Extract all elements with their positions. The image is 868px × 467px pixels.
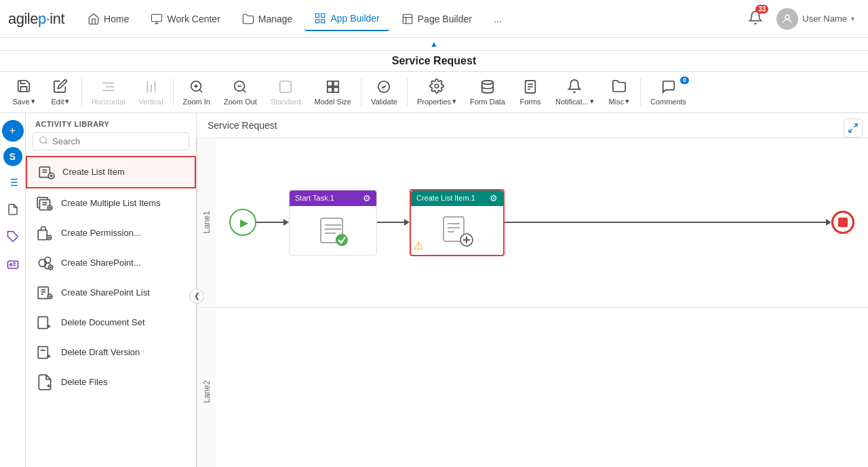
nav-manage-label: Manage	[258, 14, 293, 24]
user-name: User Name	[802, 14, 847, 24]
save-button[interactable]: Save ▾	[5, 75, 42, 110]
formdata-button[interactable]: Form Data	[463, 75, 512, 110]
activity-item-create-sharepoint[interactable]: Create SharePoint...	[26, 248, 196, 278]
create-sp-list-icon	[35, 283, 54, 302]
notification-button[interactable]: 33	[745, 7, 766, 30]
svg-line-91	[849, 129, 852, 132]
activity-panel: ACTIVITY LIBRARY	[26, 113, 197, 467]
nav-workcenter[interactable]: Work Center	[141, 7, 229, 31]
notifications-button[interactable]: Notificat... ▾	[549, 75, 601, 110]
create-sharepoint-icon	[35, 253, 54, 272]
vertical-button[interactable]: Vertical	[132, 75, 170, 110]
svg-rect-27	[327, 87, 332, 92]
standard-button[interactable]: Standard	[264, 75, 308, 110]
sidebar-tag-icon[interactable]	[2, 226, 24, 247]
start-task-node[interactable]: Start Task.1 ⚙	[289, 190, 377, 256]
nav-pagebuilder[interactable]: Page Builder	[392, 7, 481, 31]
delete-doc-set-icon	[35, 313, 54, 332]
main-layout: + S ACTIVITY LIBRARY	[0, 113, 868, 467]
create-multiple-icon	[35, 194, 54, 213]
activity-item-create-list-item[interactable]: Create List Item	[26, 156, 196, 188]
nav-appbuilder[interactable]: App Builder	[304, 7, 389, 31]
start-task-gear-icon[interactable]: ⚙	[363, 193, 371, 203]
arrow-2	[377, 219, 410, 226]
comments-badge: 0	[680, 77, 689, 84]
sidebar-doc-icon[interactable]	[2, 199, 24, 220]
create-list-item-gear-icon[interactable]: ⚙	[490, 193, 498, 203]
sidebar-s-icon[interactable]: S	[3, 147, 22, 166]
create-permission-label: Create Permission...	[61, 228, 141, 239]
collapse-panel-button[interactable]: ❮	[189, 289, 204, 304]
task-warning-icon: ⚠	[414, 239, 423, 252]
vertical-label: Vertical	[139, 98, 163, 106]
start-task-body	[290, 206, 376, 255]
horizontal-button[interactable]: Horizontal	[85, 75, 132, 110]
properties-button[interactable]: Properties ▾	[410, 75, 463, 110]
activity-item-delete-doc-set[interactable]: Delete Document Set	[26, 308, 196, 338]
sidebar-add-icon[interactable]: +	[2, 120, 24, 142]
svg-rect-5	[316, 19, 319, 22]
zoomin-label: Zoom In	[183, 98, 210, 106]
zoomout-button[interactable]: Zoom Out	[217, 75, 264, 110]
search-box[interactable]	[33, 132, 189, 150]
nav-workcenter-label: Work Center	[167, 14, 220, 24]
create-list-item-header: Create List Item.1 ⚙	[411, 190, 503, 206]
canvas-area: Service Request Lane1 ▶	[197, 113, 868, 467]
sidebar-list-icon[interactable]	[2, 171, 24, 193]
notifications-icon	[567, 79, 582, 96]
toolbar: Save ▾ Edit ▾ Horizontal Vertical Zoom I…	[0, 72, 868, 113]
forms-icon	[523, 79, 538, 96]
delete-draft-label: Delete Draft Version	[61, 347, 140, 359]
nav-more[interactable]: ...	[484, 8, 511, 30]
delete-doc-set-label: Delete Document Set	[61, 317, 145, 329]
create-list-item-body: ⚠	[411, 206, 503, 255]
nav-home[interactable]: Home	[78, 7, 138, 31]
create-list-item-label: Create List Item	[62, 167, 125, 178]
validate-button[interactable]: Validate	[364, 75, 404, 110]
activity-library-title: ACTIVITY LIBRARY	[26, 113, 196, 132]
create-permission-icon	[35, 224, 54, 243]
svg-rect-7	[403, 14, 412, 24]
svg-rect-74	[38, 287, 48, 298]
start-node[interactable]: ▶	[229, 209, 256, 236]
validate-icon	[376, 79, 391, 96]
activity-item-delete-files[interactable]: Delete Files	[26, 367, 196, 397]
toolbar-sep-4	[407, 79, 408, 106]
collapse-arrow[interactable]: ▲	[0, 38, 868, 51]
svg-point-10	[785, 15, 789, 19]
nav-manage[interactable]: Manage	[233, 7, 302, 31]
activity-item-create-permission[interactable]: Create Permission...	[26, 218, 196, 248]
start-task-label: Start Task.1	[295, 194, 334, 202]
user-avatar	[776, 8, 798, 30]
activity-item-delete-draft[interactable]: Delete Draft Version	[26, 338, 196, 367]
svg-rect-81	[38, 317, 47, 328]
activity-item-create-multiple[interactable]: Create Multiple List Items	[26, 188, 196, 218]
save-icon	[16, 79, 31, 96]
forms-button[interactable]: Forms	[512, 75, 549, 110]
search-input[interactable]	[52, 136, 183, 146]
activity-item-create-sp-list[interactable]: Create SharePoint List	[26, 278, 196, 308]
create-list-item-node[interactable]: Create List Item.1 ⚙	[410, 189, 505, 256]
end-node[interactable]	[831, 211, 854, 234]
comments-label: Comments	[650, 98, 686, 106]
svg-point-44	[9, 264, 12, 266]
modelsize-button[interactable]: Model Size	[308, 75, 358, 110]
svg-rect-84	[38, 346, 47, 358]
zoomin-button[interactable]: Zoom In	[176, 75, 217, 110]
nav-pagebuilder-label: Page Builder	[418, 14, 472, 24]
sidebar-id-icon[interactable]	[2, 253, 24, 275]
edit-label: Edit ▾	[52, 97, 70, 106]
misc-button[interactable]: Misc ▾	[601, 75, 637, 110]
svg-rect-6	[321, 19, 325, 22]
nav-more-label: ...	[494, 14, 502, 24]
forms-label: Forms	[519, 98, 540, 106]
page-title: Service Request	[0, 51, 868, 72]
user-area[interactable]: User Name ▾	[771, 5, 860, 33]
edit-button[interactable]: Edit ▾	[42, 75, 79, 110]
misc-icon	[612, 79, 627, 96]
page-title-text: Service Request	[392, 55, 477, 66]
save-label: Save ▾	[12, 97, 35, 106]
toolbar-sep-1	[81, 79, 82, 106]
expand-canvas-button[interactable]	[844, 119, 863, 138]
comments-button[interactable]: 0 Comments	[644, 75, 693, 110]
